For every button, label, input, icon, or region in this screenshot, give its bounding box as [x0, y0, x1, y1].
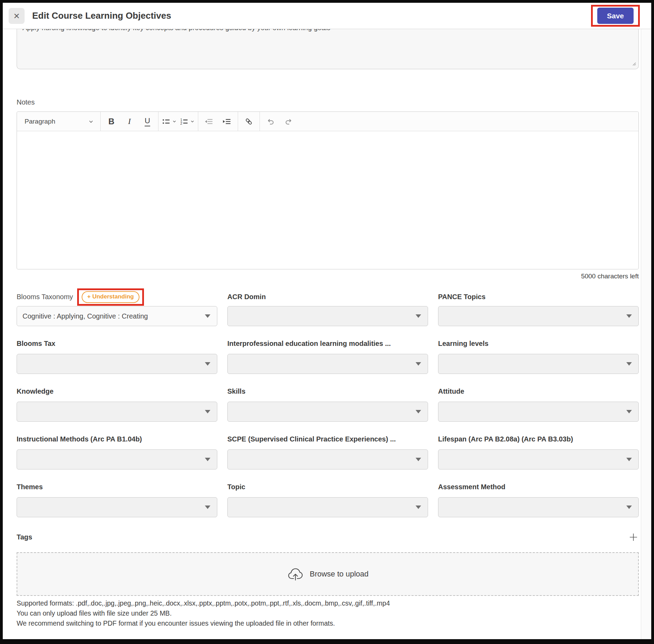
skills-dropdown[interactable] [227, 402, 428, 422]
field-row: Instructional Methods (Arc PA B1.04b) SC… [17, 433, 639, 469]
underline-icon: U [145, 116, 150, 126]
chip-annotation-highlight: + Understanding [77, 288, 144, 306]
redo-icon [284, 118, 293, 125]
indent-icon [223, 118, 231, 125]
outdent-button[interactable] [200, 114, 218, 129]
field-instructional-methods: Instructional Methods (Arc PA B1.04b) [17, 433, 217, 469]
chevron-down-icon [172, 119, 176, 124]
field-lifespan: Lifespan (Arc PA B2.08a) (Arc PA B3.03b) [438, 433, 639, 469]
field-label: Instructional Methods (Arc PA B1.04b) [17, 435, 142, 443]
toolbar-separator [158, 112, 158, 131]
bold-icon: B [108, 117, 114, 126]
chevron-down-icon [626, 506, 632, 509]
instructional-methods-dropdown[interactable] [17, 449, 217, 469]
notes-editor-body[interactable] [17, 131, 638, 269]
field-label: Topic [227, 483, 245, 491]
field-row: Knowledge Skills Attitude [17, 385, 639, 422]
field-assessment-method: Assessment Method [438, 481, 639, 517]
pdf-recommendation-note: We recommend switching to PDF format if … [17, 618, 639, 628]
field-row: Themes Topic Assessment Method [17, 481, 639, 517]
save-button[interactable]: Save [597, 8, 634, 24]
file-upload-dropzone[interactable]: Browse to upload [17, 552, 639, 596]
scpe-dropdown[interactable] [227, 449, 428, 469]
field-label: SCPE (Supervised Clinical Practice Exper… [227, 435, 396, 443]
bulleted-list-icon [162, 118, 170, 125]
lifespan-dropdown[interactable] [438, 449, 639, 469]
assessment-method-dropdown[interactable] [438, 497, 639, 517]
chevron-down-icon [205, 410, 210, 413]
field-label: Interprofessional education learning mod… [227, 340, 391, 348]
field-learning-levels: Learning levels [438, 337, 639, 374]
field-skills: Skills [227, 385, 428, 422]
resize-handle-icon[interactable] [631, 61, 636, 67]
notes-editor: Paragraph B I U [17, 111, 639, 269]
field-acr-domin: ACR Domin [227, 288, 428, 326]
acr-domin-dropdown[interactable] [227, 306, 428, 326]
field-label: ACR Domin [227, 293, 266, 301]
field-label: Themes [17, 483, 43, 491]
redo-button[interactable] [280, 114, 298, 129]
close-button[interactable]: × [9, 8, 25, 24]
field-attitude: Attitude [438, 385, 639, 422]
file-size-note: You can only upload files with file size… [17, 608, 639, 618]
chevron-down-icon [416, 410, 421, 413]
themes-dropdown[interactable] [17, 497, 217, 517]
field-interprofessional: Interprofessional education learning mod… [227, 337, 428, 374]
chevron-down-icon [205, 506, 210, 509]
italic-button[interactable]: I [120, 114, 138, 129]
paragraph-style-dropdown[interactable]: Paragraph [20, 112, 99, 131]
link-icon [245, 118, 253, 125]
interprofessional-dropdown[interactable] [227, 354, 428, 374]
field-pance-topics: PANCE Topics [438, 288, 639, 326]
undo-button[interactable] [262, 114, 280, 129]
cloud-upload-icon [287, 567, 304, 582]
plus-icon [629, 533, 638, 542]
link-button[interactable] [240, 114, 258, 129]
classification-fields: Blooms Taxonomy + Understanding Cognitiv… [17, 288, 639, 517]
pance-topics-dropdown[interactable] [438, 306, 639, 326]
undo-icon [266, 118, 275, 125]
upload-notes: Supported formats: .pdf,.doc,.jpg,.jpeg,… [17, 598, 639, 628]
field-blooms-taxonomy: Blooms Taxonomy + Understanding Cognitiv… [17, 288, 217, 326]
chevron-down-icon [416, 458, 421, 461]
field-row: Blooms Tax Interprofessional education l… [17, 337, 639, 374]
supported-formats-note: Supported formats: .pdf,.doc,.jpg,.jpeg,… [17, 598, 639, 608]
blooms-taxonomy-dropdown[interactable]: Cognitive : Applying, Cognitive : Creati… [17, 306, 217, 326]
bold-button[interactable]: B [102, 114, 120, 129]
objective-textarea[interactable]: Apply nursing knowledge to identify key … [17, 29, 639, 69]
attitude-dropdown[interactable] [438, 402, 639, 422]
bulleted-list-button[interactable] [160, 114, 178, 129]
add-tag-button[interactable] [628, 533, 639, 542]
dropdown-value: Cognitive : Applying, Cognitive : Creati… [22, 312, 148, 320]
italic-icon: I [128, 117, 131, 126]
topic-dropdown[interactable] [227, 497, 428, 517]
knowledge-dropdown[interactable] [17, 402, 217, 422]
modal-title: Edit Course Learning Objectives [32, 10, 171, 21]
browse-to-upload-label: Browse to upload [310, 570, 369, 579]
modal-header: × Edit Course Learning Objectives Save [3, 3, 651, 29]
paragraph-style-label: Paragraph [25, 118, 55, 125]
characters-left-counter: 5000 characters left [17, 272, 639, 280]
indent-button[interactable] [218, 114, 236, 129]
notes-toolbar: Paragraph B I U [17, 112, 638, 131]
chevron-down-icon [205, 314, 210, 318]
blooms-tax-dropdown[interactable] [17, 354, 217, 374]
toolbar-separator [260, 112, 260, 131]
chevron-down-icon [626, 314, 632, 318]
save-annotation-highlight: Save [591, 5, 640, 27]
field-label: Learning levels [438, 340, 489, 348]
field-label: Attitude [438, 387, 464, 395]
chevron-down-icon [205, 362, 210, 366]
toolbar-separator [100, 112, 101, 131]
learning-levels-dropdown[interactable] [438, 354, 639, 374]
numbered-list-button[interactable]: 1 2 [178, 114, 196, 129]
toolbar-separator [238, 112, 238, 131]
field-label: Assessment Method [438, 483, 506, 491]
field-scpe: SCPE (Supervised Clinical Practice Exper… [227, 433, 428, 469]
scrollbar-track[interactable] [641, 29, 651, 639]
understanding-suggestion-chip[interactable]: + Understanding [82, 291, 139, 303]
field-label: PANCE Topics [438, 293, 485, 301]
field-label: Skills [227, 387, 245, 395]
svg-text:2: 2 [180, 122, 182, 125]
underline-button[interactable]: U [138, 114, 156, 129]
